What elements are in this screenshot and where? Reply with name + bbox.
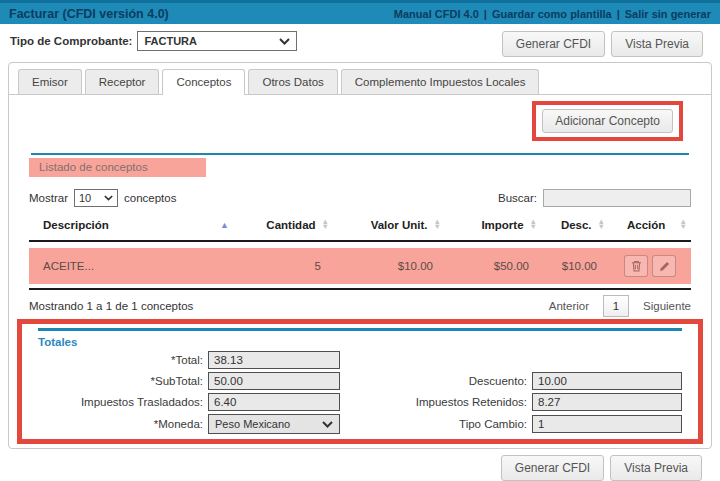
facturar-screen: Facturar (CFDI versión 4.0) Manual CFDI … [0,0,720,481]
conceptos-table-header: Descripción ▲ Cantidad ▲▼ Valor Unit. ▲▼… [29,215,691,242]
sort-icon: ▲▼ [322,220,329,229]
page-length-value: 10 [79,192,91,204]
tab-conceptos[interactable]: Conceptos [162,69,245,95]
cell-valor-unit: $10.00 [343,260,455,272]
tabstrip: Emisor Receptor Conceptos Otros Datos Co… [9,63,711,95]
blue-divider [31,153,689,155]
tipo-cambio-label: Tipo Cambio: [340,418,532,430]
generar-cfdi-button-bottom[interactable]: Generar CFDI [501,455,604,481]
column-header-descripcion[interactable]: Descripción ▲ [29,219,257,231]
column-header-desc[interactable]: Desc. ▲▼ [551,219,619,231]
annotation-box-totales: Totales *Total: *SubTotal: Descuento: Im… [17,319,703,444]
sort-asc-icon: ▲ [220,221,229,230]
top-header-bar: Facturar (CFDI versión 4.0) Manual CFDI … [0,0,720,24]
trash-icon [631,260,642,272]
showing-info-text: Mostrando 1 a 1 de 1 conceptos [29,300,193,312]
cell-accion [619,255,691,277]
adicionar-concepto-button[interactable]: Adicionar Concepto [542,109,673,133]
tab-emisor[interactable]: Emisor [18,69,82,94]
page-length-select[interactable]: 10 [74,189,118,207]
column-header-cantidad[interactable]: Cantidad ▲▼ [257,219,343,231]
sort-icon: ▲▼ [434,220,441,229]
siguiente-button[interactable]: Siguiente [643,300,691,312]
conceptos-label: conceptos [124,192,176,204]
add-concept-row: Adicionar Concepto [29,101,683,141]
column-header-valor-unit[interactable]: Valor Unit. ▲▼ [343,219,455,231]
descuento-input[interactable] [532,372,682,390]
impuestos-retenidos-input[interactable] [532,393,682,411]
sort-icon: ▲▼ [598,220,605,229]
chevron-down-icon [104,195,113,201]
impuestos-retenidos-label: Impuestos Retenidos: [340,396,532,408]
column-header-accion[interactable]: Acción ▲▼ [619,219,691,231]
pagination: Anterior 1 Siguiente [549,295,691,317]
descuento-label: Descuento: [340,375,532,387]
cell-desc: $10.00 [551,260,619,272]
vista-previa-button-top[interactable]: Vista Previa [611,31,703,57]
table-row[interactable]: ACEITE... 5 $10.00 $50.00 $10.00 [29,248,691,284]
total-label: *Total: [38,354,208,366]
mostrar-label: Mostrar [29,192,68,204]
main-panel: Emisor Receptor Conceptos Otros Datos Co… [8,62,712,449]
moneda-value: Peso Mexicano [215,418,290,430]
edit-concept-button[interactable] [652,255,676,277]
totales-title: Totales [38,336,682,348]
subtotal-input[interactable] [208,372,340,390]
header-links: Manual CFDI 4.0 | Guardar como plantilla… [394,8,711,20]
top-action-buttons: Generar CFDI Vista Previa [502,31,703,57]
tipo-comprobante-value: FACTURA [144,35,197,47]
moneda-select[interactable]: Peso Mexicano [208,414,340,434]
sort-icon: ▲▼ [680,220,687,229]
cell-descripcion: ACEITE... [29,260,257,272]
annotation-box-add-concept: Adicionar Concepto [532,101,683,141]
link-salir-sin-generar[interactable]: Salir sin generar [625,8,711,20]
link-separator: | [617,8,620,20]
tipo-comprobante-field: Tipo de Comprobante: FACTURA [10,31,297,51]
total-input[interactable] [208,351,340,369]
impuestos-trasladados-label: Impuestos Trasladados: [38,396,208,408]
tab-otros-datos[interactable]: Otros Datos [248,69,337,94]
buscar-input[interactable] [543,189,691,207]
table-bottom-border [29,288,691,290]
table-controls: Mostrar 10 conceptos Buscar: [29,189,691,207]
moneda-label: *Moneda: [38,418,208,430]
subtotal-label: *SubTotal: [38,375,208,387]
pencil-icon [659,261,670,272]
conceptos-tab-content: Adicionar Concepto Listado de conceptos … [9,101,711,444]
vista-previa-button-bottom[interactable]: Vista Previa [610,455,702,481]
tipo-comprobante-label: Tipo de Comprobante: [10,35,132,47]
anterior-button[interactable]: Anterior [549,300,589,312]
tipo-cambio-input[interactable] [532,415,682,433]
cell-cantidad: 5 [257,260,343,272]
delete-concept-button[interactable] [624,255,648,277]
column-header-importe[interactable]: Importe ▲▼ [455,219,551,231]
page-title: Facturar (CFDI versión 4.0) [9,7,169,21]
tab-receptor[interactable]: Receptor [85,69,160,94]
search-control: Buscar: [498,189,691,207]
tab-complemento-impuestos-locales[interactable]: Complemento Impuestos Locales [341,69,540,94]
show-entries-control: Mostrar 10 conceptos [29,189,176,207]
bottom-action-buttons: Generar CFDI Vista Previa [0,449,720,481]
listado-de-conceptos-title: Listado de conceptos [29,158,206,177]
table-footer: Mostrando 1 a 1 de 1 conceptos Anterior … [29,295,691,317]
sort-icon: ▲▼ [530,220,537,229]
impuestos-trasladados-input[interactable] [208,393,340,411]
generar-cfdi-button-top[interactable]: Generar CFDI [502,31,605,57]
chevron-down-icon [279,38,290,45]
totales-form: *Total: *SubTotal: Descuento: Impuestos … [38,351,682,434]
tipo-comprobante-select[interactable]: FACTURA [137,31,297,51]
blue-divider [38,328,682,331]
buscar-label: Buscar: [498,192,537,204]
page-number-button[interactable]: 1 [603,295,629,317]
cell-importe: $50.00 [455,260,551,272]
link-separator: | [484,8,487,20]
chevron-down-icon [322,421,333,428]
link-guardar-como-plantilla[interactable]: Guardar como plantilla [492,8,612,20]
link-manual-cfdi[interactable]: Manual CFDI 4.0 [394,8,479,20]
toolbar-row: Tipo de Comprobante: FACTURA Generar CFD… [0,24,720,58]
